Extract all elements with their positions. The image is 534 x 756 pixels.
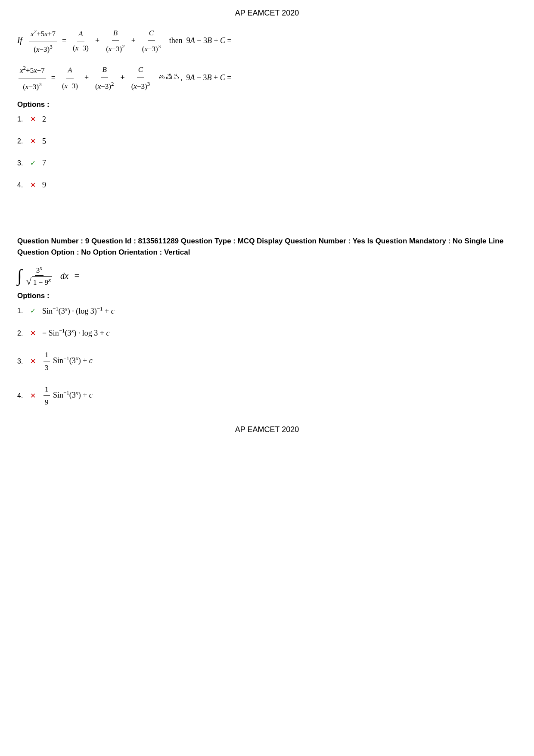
question-8-option-1: 1. ✕ 2 (17, 113, 517, 126)
cross-icon-q8-2: ✕ (30, 136, 40, 147)
option-1-number: 1. (17, 114, 30, 125)
question-8-option-2: 2. ✕ 5 (17, 135, 517, 148)
fraction-q8-main: x2+5x+7 (x−3)3 (29, 26, 57, 56)
fraction-q9-integrand: 3x √ 1 − 9x (25, 264, 53, 287)
cross-icon-q9-4: ✕ (30, 390, 40, 401)
cross-icon-q9-2: ✕ (30, 328, 40, 339)
question-9-meta: Question Number : 9 Question Id : 813561… (17, 236, 517, 258)
sqrt-expr-q9: √ 1 − 9x (26, 276, 52, 287)
cross-icon-q8-4: ✕ (30, 180, 40, 191)
q9-option-1-value: Sin−1(3x) · (log 3)−1 + c (42, 305, 115, 317)
question-9-option-4: 4. ✕ 1 9 Sin−1(3x) + c (17, 383, 517, 408)
cross-icon-q8-1: ✕ (30, 114, 40, 125)
check-icon-q9-1: ✓ (30, 305, 40, 317)
q9-option-4-number: 4. (17, 390, 30, 401)
question-8-text-telugu: x2+5x+7 (x−3)3 = A (x−3) + B (x−3)2 + C … (17, 62, 517, 94)
option-2-number: 2. (17, 136, 30, 147)
question-9-option-1: 1. ✓ Sin−1(3x) · (log 3)−1 + c (17, 305, 517, 317)
question-8-options-label: Options : (17, 100, 517, 109)
question-9-integral: ∫ 3x √ 1 − 9x dx = (17, 264, 517, 287)
question-9-options-label: Options : (17, 292, 517, 300)
question-9-option-3: 3. ✕ 1 3 Sin−1(3x) + c (17, 349, 517, 373)
cross-icon-q9-3: ✕ (30, 356, 40, 367)
option-4-number: 4. (17, 180, 30, 191)
question-8-option-4: 4. ✕ 9 (17, 179, 517, 191)
fraction-q8-C-te: C (x−3)3 (130, 62, 151, 94)
option-3-value: 7 (42, 157, 46, 169)
q9-option-2-value: − Sin−1(3x) · log 3 + c (42, 327, 109, 339)
frac-q9-opt3: 1 3 (43, 349, 50, 373)
question-9-option-2: 2. ✕ − Sin−1(3x) · log 3 + c (17, 327, 517, 339)
check-icon-q8-3: ✓ (30, 158, 40, 169)
header-title: AP EAMCET 2020 (235, 9, 299, 17)
integral-symbol: ∫ (17, 267, 22, 284)
fraction-q8-B-te: B (x−3)2 (94, 62, 115, 94)
option-2-value: 5 (42, 135, 46, 148)
fraction-q8-C: C (x−3)3 (141, 27, 162, 56)
q9-option-1-number: 1. (17, 305, 30, 317)
question-9-block: Question Number : 9 Question Id : 813561… (17, 236, 517, 408)
q9-option-3-number: 3. (17, 356, 30, 367)
if-label: If (17, 36, 22, 45)
option-1-value: 2 (42, 113, 46, 126)
fraction-q8-B: B (x−3)2 (105, 27, 126, 56)
question-8-option-3: 3. ✓ 7 (17, 157, 517, 169)
telugu-ayina: అయిన, (158, 74, 183, 82)
fraction-q8-main-te: x2+5x+7 (x−3)3 (19, 62, 46, 94)
page-footer: AP EAMCET 2020 (17, 425, 517, 434)
option-3-number: 3. (17, 158, 30, 169)
sqrt-content: 1 − 9x (32, 276, 52, 287)
sqrt-symbol: √ (26, 276, 31, 287)
q9-option-3-value: 1 3 Sin−1(3x) + c (42, 349, 93, 373)
frac-q9-opt4: 1 9 (43, 383, 50, 408)
question-8-block: If x2+5x+7 (x−3)3 = A (x−3) + B (x−3)2 +… (17, 26, 517, 191)
page-header: AP EAMCET 2020 (17, 9, 517, 18)
footer-title: AP EAMCET 2020 (235, 425, 299, 434)
fraction-q8-A-te: A (x−3) (61, 63, 79, 93)
fraction-q8-A: A (x−3) (71, 28, 90, 55)
question-8-text-english: If x2+5x+7 (x−3)3 = A (x−3) + B (x−3)2 +… (17, 26, 517, 56)
q9-option-4-value: 1 9 Sin−1(3x) + c (42, 383, 93, 408)
option-4-value: 9 (42, 179, 46, 191)
q9-option-2-number: 2. (17, 328, 30, 339)
